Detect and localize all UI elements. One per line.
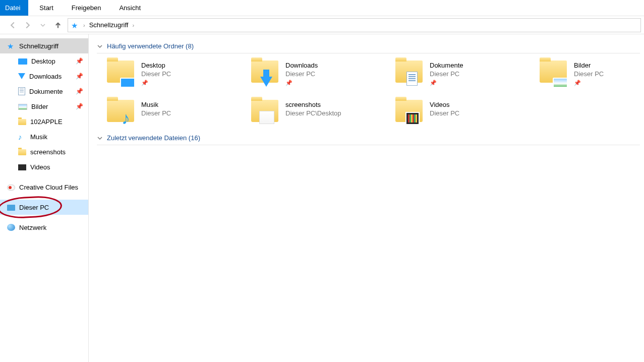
folder-icon	[18, 149, 26, 155]
folder-tile-documents[interactable]: Dokumente Dieser PC 📌	[395, 59, 532, 87]
address-bar[interactable]: ★ › Schnellzugriff ›	[68, 18, 641, 32]
group-recent-files[interactable]: Zuletzt verwendete Dateien (16)	[97, 134, 640, 145]
tree-item-pictures[interactable]: Bilder 📌	[0, 99, 88, 114]
tile-title: Videos	[430, 101, 459, 108]
group-title: Zuletzt verwendete Dateien (16)	[107, 134, 200, 142]
folder-tile-screenshots[interactable]: screenshots Dieser PC\Desktop	[251, 99, 387, 126]
tree-label: screenshots	[30, 148, 66, 156]
tile-subtitle: Dieser PC\Desktop	[285, 109, 341, 117]
tile-subtitle: Dieser PC	[430, 109, 459, 117]
chevron-down-icon	[97, 43, 103, 49]
pin-icon: 📌	[76, 73, 83, 80]
tree-item-screenshots[interactable]: screenshots	[0, 144, 88, 159]
group-title: Häufig verwendete Ordner (8)	[107, 42, 194, 50]
tree-label: Dieser PC	[19, 204, 49, 211]
video-icon	[18, 164, 26, 170]
tile-subtitle: Dieser PC	[141, 70, 171, 78]
folder-tile-videos[interactable]: Videos Dieser PC	[395, 99, 532, 126]
tree-item-creative-cloud[interactable]: Creative Cloud Files	[0, 179, 88, 195]
nav-recent-dropdown-icon[interactable]	[38, 21, 47, 30]
folder-tile-music[interactable]: ♪ Musik Dieser PC	[107, 99, 243, 126]
nav-bar: ★ › Schnellzugriff ›	[0, 16, 644, 34]
creative-cloud-icon	[7, 185, 15, 191]
tree-label: Schnellzugriff	[19, 42, 58, 50]
network-icon	[7, 224, 15, 231]
tree-label: Downloads	[29, 73, 62, 80]
tile-title: Downloads	[285, 62, 318, 69]
tree-item-quick-access[interactable]: ★ Schnellzugriff	[0, 38, 88, 53]
tree-item-documents[interactable]: Dokumente 📌	[0, 84, 88, 99]
breadcrumb-sep-icon: ›	[83, 22, 85, 28]
ribbon: Datei Start Freigeben Ansicht	[0, 0, 644, 16]
nav-up-icon[interactable]	[53, 21, 63, 30]
tree-label: Desktop	[31, 57, 55, 65]
download-icon	[18, 73, 25, 79]
tree-label: Netzwerk	[19, 224, 46, 231]
folder-tile-pictures[interactable]: Bilder Dieser PC 📌	[540, 59, 644, 87]
pin-icon: 📌	[430, 80, 463, 86]
open-folder-overlay-icon	[259, 111, 274, 124]
desktop-icon	[18, 58, 27, 65]
nav-tree: ★ Schnellzugriff Desktop 📌 Downloads 📌 D…	[0, 34, 89, 362]
music-overlay-icon: ♪	[122, 108, 130, 128]
picture-icon	[18, 104, 27, 110]
nav-forward-icon[interactable]	[23, 21, 32, 30]
pin-icon: 📌	[285, 80, 318, 86]
tree-label: Creative Cloud Files	[19, 184, 78, 191]
tree-item-102apple[interactable]: 102APPLE	[0, 114, 88, 129]
tile-title: Desktop	[141, 62, 171, 69]
tree-label: Musik	[30, 133, 47, 141]
folder-tile-desktop[interactable]: Desktop Dieser PC 📌	[107, 59, 243, 87]
tree-item-desktop[interactable]: Desktop 📌	[0, 53, 88, 69]
tile-title: screenshots	[285, 101, 341, 108]
this-pc-icon	[7, 205, 15, 211]
tile-subtitle: Dieser PC	[141, 109, 171, 117]
tile-subtitle: Dieser PC	[285, 70, 318, 78]
pin-icon: 📌	[76, 88, 83, 95]
tile-title: Dokumente	[430, 62, 463, 69]
video-overlay-icon	[405, 112, 420, 125]
tree-item-videos[interactable]: Videos	[0, 159, 88, 174]
tile-title: Bilder	[574, 62, 604, 69]
breadcrumb-root[interactable]: Schnellzugriff	[89, 21, 129, 29]
desktop-overlay-icon	[120, 78, 135, 88]
document-overlay-icon	[406, 72, 418, 86]
tree-label: Bilder	[31, 103, 48, 110]
ribbon-tab-view[interactable]: Ansicht	[112, 0, 148, 16]
download-overlay-icon	[260, 77, 272, 87]
ribbon-tab-file[interactable]: Datei	[0, 0, 28, 16]
pin-icon: 📌	[141, 80, 171, 86]
pin-icon: 📌	[574, 80, 604, 86]
music-icon: ♪	[18, 133, 26, 141]
star-icon: ★	[7, 42, 15, 50]
ribbon-tab-start[interactable]: Start	[32, 0, 60, 16]
breadcrumb-sep-icon[interactable]: ›	[132, 22, 134, 28]
tree-label: 102APPLE	[30, 118, 63, 126]
tile-subtitle: Dieser PC	[430, 70, 463, 78]
tree-item-network[interactable]: Netzwerk	[0, 220, 88, 235]
picture-overlay-icon	[553, 78, 568, 88]
tree-item-this-pc[interactable]: Dieser PC	[0, 200, 88, 215]
document-icon	[18, 87, 25, 95]
tree-item-downloads[interactable]: Downloads 📌	[0, 69, 88, 84]
nav-back-icon[interactable]	[8, 21, 17, 30]
tree-item-music[interactable]: ♪ Musik	[0, 129, 88, 144]
content-pane: Häufig verwendete Ordner (8) Desktop Die…	[89, 34, 644, 362]
tree-label: Videos	[30, 163, 50, 171]
tile-subtitle: Dieser PC	[574, 70, 604, 78]
pin-icon: 📌	[76, 103, 83, 110]
group-frequent-folders[interactable]: Häufig verwendete Ordner (8)	[97, 42, 640, 53]
folder-icon	[18, 119, 26, 125]
chevron-down-icon	[97, 135, 103, 141]
quick-access-star-icon: ★	[71, 21, 79, 29]
pin-icon: 📌	[76, 57, 83, 65]
tree-label: Dokumente	[29, 88, 63, 95]
ribbon-tab-share[interactable]: Freigeben	[65, 0, 108, 16]
folder-tile-downloads[interactable]: Downloads Dieser PC 📌	[251, 59, 387, 87]
tile-title: Musik	[141, 101, 171, 108]
